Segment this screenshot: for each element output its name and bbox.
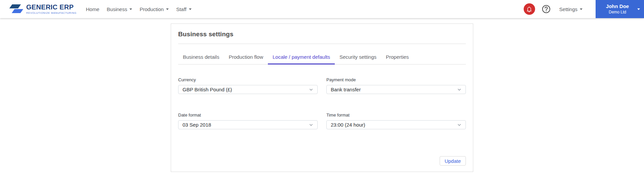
currency-value: GBP British Pound (£): [183, 87, 232, 92]
chevron-down-icon: [309, 87, 314, 92]
nav-item-production[interactable]: Production: [139, 6, 169, 12]
date-format-select[interactable]: 03 Sep 2018: [178, 120, 318, 129]
user-company: Demo Ltd: [598, 10, 637, 15]
nav-item-label: Staff: [176, 6, 187, 12]
tab-production-flow[interactable]: Production flow: [224, 51, 268, 64]
chevron-down-icon: [457, 87, 462, 92]
settings-label: Settings: [559, 6, 577, 12]
business-settings-card: Business settings Business details Produ…: [171, 24, 473, 172]
date-format-field: Date format 03 Sep 2018: [178, 113, 318, 129]
logo-parallelogram-dark: [9, 4, 21, 8]
page-title: Business settings: [178, 31, 466, 38]
chevron-down-icon: [457, 122, 462, 127]
help-button[interactable]: [542, 5, 551, 13]
brand-logo[interactable]: GENERIC ERP REVOLUTIONIZE MANUFACTURING: [8, 3, 77, 15]
chevron-down-icon: [166, 8, 169, 10]
navbar-right: Settings John Doe Demo Ltd: [524, 0, 644, 18]
nav-item-staff[interactable]: Staff: [176, 6, 192, 12]
update-button[interactable]: Update: [440, 156, 466, 166]
tab-business-details[interactable]: Business details: [178, 51, 224, 64]
currency-select[interactable]: GBP British Pound (£): [178, 85, 318, 94]
time-format-field: Time format 23:00 (24 hour): [326, 113, 466, 129]
tab-security-settings[interactable]: Security settings: [335, 51, 381, 64]
brand-tagline: REVOLUTIONIZE MANUFACTURING: [26, 12, 77, 14]
chevron-down-icon: [309, 122, 314, 127]
currency-field: Currency GBP British Pound (£): [178, 77, 318, 94]
currency-label: Currency: [178, 77, 318, 82]
nav-item-home[interactable]: Home: [86, 6, 99, 12]
title-divider: [178, 44, 466, 44]
logo-parallelogram-blue: [12, 9, 23, 13]
payment-mode-value: Bank transfer: [331, 87, 361, 92]
locale-payment-form: Currency GBP British Pound (£) Payment m…: [178, 77, 466, 129]
question-mark-icon: [542, 5, 551, 13]
brand-logo-icon: [8, 3, 24, 15]
chevron-down-icon: [637, 8, 640, 10]
time-format-value: 23:00 (24 hour): [331, 122, 365, 128]
brand-text: GENERIC ERP REVOLUTIONIZE MANUFACTURING: [26, 4, 77, 14]
user-info: John Doe Demo Ltd: [598, 3, 637, 15]
tab-properties[interactable]: Properties: [381, 51, 413, 64]
time-format-label: Time format: [326, 113, 466, 118]
date-format-value: 03 Sep 2018: [183, 122, 211, 128]
user-menu[interactable]: John Doe Demo Ltd: [596, 0, 644, 18]
nav-item-label: Business: [107, 6, 127, 12]
card-actions: Update: [178, 156, 466, 166]
chevron-down-icon: [189, 8, 192, 10]
notifications-button[interactable]: [524, 3, 535, 15]
payment-mode-label: Payment mode: [326, 77, 466, 82]
top-navbar: GENERIC ERP REVOLUTIONIZE MANUFACTURING …: [0, 0, 644, 18]
chevron-down-icon: [580, 8, 582, 10]
main-nav: Home Business Production Staff: [86, 6, 192, 12]
payment-mode-field: Payment mode Bank transfer: [326, 77, 466, 94]
nav-item-settings[interactable]: Settings: [559, 6, 582, 12]
nav-item-label: Production: [139, 6, 164, 12]
brand-name: GENERIC ERP: [26, 4, 77, 10]
nav-item-business[interactable]: Business: [107, 6, 132, 12]
bell-icon: [526, 6, 532, 12]
payment-mode-select[interactable]: Bank transfer: [326, 85, 466, 94]
tab-locale-payment-defaults[interactable]: Locale / payment defaults: [268, 51, 335, 64]
settings-tabs: Business details Production flow Locale …: [178, 51, 466, 64]
page-content: Business settings Business details Produ…: [0, 18, 644, 172]
nav-item-label: Home: [86, 6, 99, 12]
date-format-label: Date format: [178, 113, 318, 118]
time-format-select[interactable]: 23:00 (24 hour): [326, 120, 466, 129]
user-name: John Doe: [598, 3, 637, 10]
chevron-down-icon: [129, 8, 132, 10]
